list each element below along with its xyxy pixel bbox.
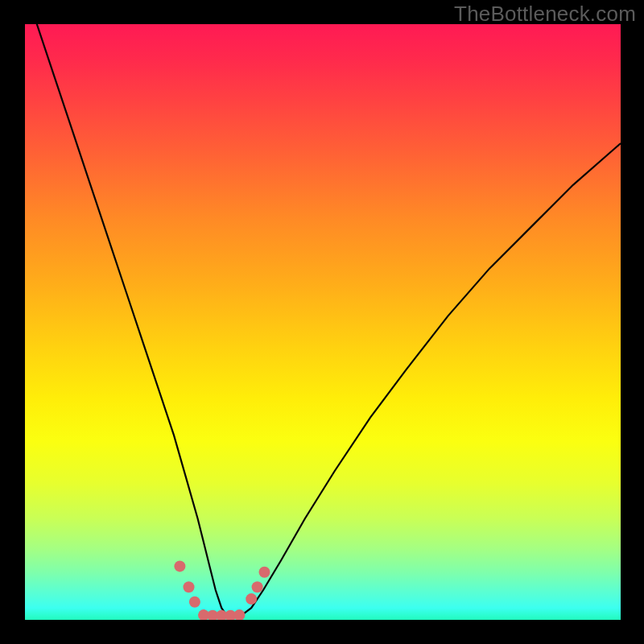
chart-frame: TheBottleneck.com: [0, 0, 644, 644]
curve-markers: [174, 560, 270, 620]
curve-marker: [184, 581, 195, 592]
plot-area: [25, 24, 621, 620]
curve-marker: [233, 609, 245, 620]
curve-marker: [246, 593, 257, 605]
bottleneck-curve: [25, 24, 621, 617]
curve-marker: [174, 560, 185, 572]
watermark-text: TheBottleneck.com: [454, 2, 636, 27]
curve-marker: [252, 581, 263, 592]
curve-svg: [25, 24, 621, 620]
curve-marker: [259, 567, 270, 578]
curve-marker: [189, 597, 200, 608]
